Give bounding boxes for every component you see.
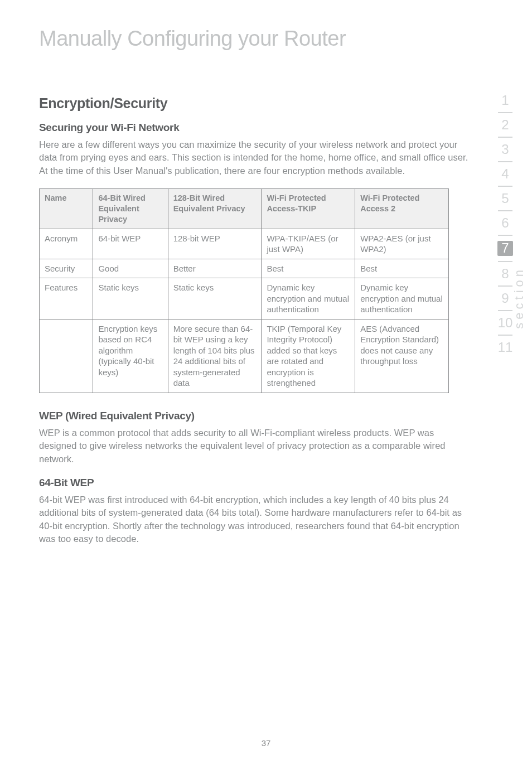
- page-number: 37: [0, 738, 532, 748]
- section-label-vertical: section: [512, 267, 526, 329]
- cell-acronym-tkip: WPA-TKIP/AES (or just WPA): [262, 229, 355, 259]
- tab-separator: [498, 235, 512, 236]
- cell-features-64: Static keys: [93, 278, 168, 320]
- cell-detail-wpa2: AES (Advanced Encryption Standard) does …: [355, 319, 449, 393]
- heading-wep: WEP (Wired Equivalent Privacy): [39, 410, 471, 422]
- cell-detail-tkip: TKIP (Temporal Key Integrity Protocol) a…: [262, 319, 355, 393]
- cell-security-wpa2: Best: [355, 259, 449, 278]
- tab-separator: [498, 310, 512, 311]
- cell-security-64: Good: [93, 259, 168, 278]
- section-tab-2[interactable]: 2: [489, 118, 522, 132]
- cell-acronym-128: 128-bit WEP: [168, 229, 262, 259]
- cell-detail-64: Encryption keys based on RC4 algorithm (…: [93, 319, 168, 393]
- cell-acronym-64: 64-bit WEP: [93, 229, 168, 259]
- chapter-title: Manually Configuring your Router: [39, 27, 471, 51]
- cell-features-tkip: Dynamic key encryption and mutual authen…: [262, 278, 355, 320]
- section-tab-11[interactable]: 11: [489, 341, 522, 354]
- cell-features-wpa2: Dynamic key encryption and mutual authen…: [355, 278, 449, 320]
- tab-separator: [498, 137, 512, 138]
- section-tab-7-active[interactable]: 7: [497, 241, 513, 256]
- heading-64bit-wep: 64-Bit WEP: [39, 477, 471, 489]
- table-row: Acronym 64-bit WEP 128-bit WEP WPA-TKIP/…: [40, 229, 449, 259]
- tab-separator: [498, 161, 512, 162]
- tab-separator: [498, 261, 512, 262]
- th-name: Name: [40, 189, 93, 229]
- tab-separator: [498, 210, 512, 211]
- cell-features-label: Features: [40, 278, 93, 320]
- cell-security-tkip: Best: [262, 259, 355, 278]
- tab-separator: [498, 186, 512, 187]
- table-row: Features Static keys Static keys Dynamic…: [40, 278, 449, 320]
- section-tab-1[interactable]: 1: [489, 94, 522, 107]
- cell-acronym-wpa2: WPA2-AES (or just WPA2): [355, 229, 449, 259]
- section-tab-4[interactable]: 4: [489, 167, 522, 181]
- security-comparison-table: Name 64-Bit Wired Equivalent Privacy 128…: [39, 188, 449, 393]
- section-tab-5[interactable]: 5: [489, 192, 522, 205]
- cell-acronym-label: Acronym: [40, 229, 93, 259]
- table-header-row: Name 64-Bit Wired Equivalent Privacy 128…: [40, 189, 449, 229]
- th-wpa2: Wi-Fi Protected Access 2: [355, 189, 449, 229]
- cell-detail-label: [40, 319, 93, 393]
- th-tkip: Wi-Fi Protected Access-TKIP: [262, 189, 355, 229]
- paragraph-64bit-wep: 64-bit WEP was first introduced with 64-…: [39, 493, 471, 546]
- section-tab-3[interactable]: 3: [489, 143, 522, 156]
- cell-detail-128: More secure than 64-bit WEP using a key …: [168, 319, 262, 393]
- paragraph-securing-wifi: Here are a few different ways you can ma…: [39, 138, 471, 177]
- th-128: 128-Bit Wired Equivalent Privacy: [168, 189, 262, 229]
- section-heading-encryption: Encryption/Security: [39, 95, 471, 112]
- tab-separator: [498, 112, 512, 113]
- table-row: Encryption keys based on RC4 algorithm (…: [40, 319, 449, 393]
- paragraph-wep: WEP is a common protocol that adds secur…: [39, 427, 471, 466]
- section-tab-6[interactable]: 6: [489, 216, 522, 230]
- tab-separator: [498, 335, 512, 336]
- cell-security-128: Better: [168, 259, 262, 278]
- tab-separator: [498, 285, 512, 287]
- page: Manually Configuring your Router Encrypt…: [0, 0, 532, 760]
- cell-features-128: Static keys: [168, 278, 262, 320]
- table-row: Security Good Better Best Best: [40, 259, 449, 278]
- th-64: 64-Bit Wired Equivalent Privacy: [93, 189, 168, 229]
- heading-securing-wifi: Securing your Wi-Fi Network: [39, 122, 471, 134]
- cell-security-label: Security: [40, 259, 93, 278]
